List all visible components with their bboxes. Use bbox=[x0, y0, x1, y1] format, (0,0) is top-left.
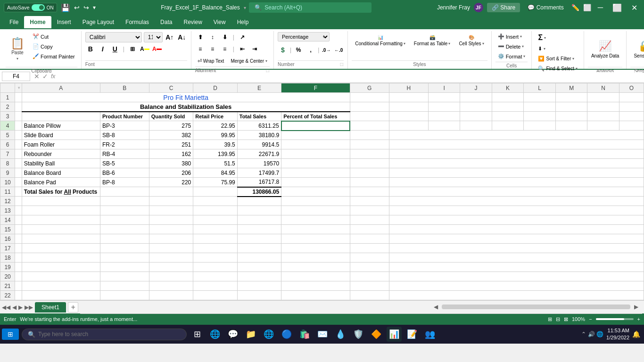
paste-button[interactable]: 📋 Paste ▾ bbox=[6, 32, 29, 66]
cell-g4[interactable] bbox=[350, 121, 389, 131]
cell-n3[interactable] bbox=[587, 112, 619, 121]
save-icon[interactable]: 💾 bbox=[61, 3, 70, 12]
mail-icon[interactable]: ✉️ bbox=[315, 327, 330, 342]
cell-a7[interactable]: Rebounder bbox=[22, 149, 100, 159]
indent-decrease-button[interactable]: ⇤ bbox=[237, 44, 248, 54]
tab-view[interactable]: View bbox=[208, 16, 231, 28]
excel-icon[interactable]: 📊 bbox=[387, 327, 402, 342]
col-header-m[interactable]: M bbox=[555, 83, 587, 93]
formula-input[interactable] bbox=[59, 72, 642, 81]
add-sheet-button[interactable]: + bbox=[68, 302, 78, 313]
col-header-n[interactable]: N bbox=[587, 83, 619, 93]
col-header-i[interactable]: I bbox=[428, 83, 460, 93]
cell-d3[interactable]: Retail Price bbox=[193, 112, 237, 121]
tab-review[interactable]: Review bbox=[178, 16, 207, 28]
cell-f7[interactable] bbox=[281, 149, 350, 159]
cell-a8[interactable]: Stability Ball bbox=[22, 159, 100, 168]
search-bar[interactable]: 🔍 bbox=[249, 2, 372, 13]
align-left-button[interactable]: ≡ bbox=[195, 44, 206, 54]
cell-b6[interactable]: FR-2 bbox=[100, 140, 149, 149]
cell-c7[interactable]: 162 bbox=[149, 149, 193, 159]
tab-data[interactable]: Data bbox=[155, 16, 178, 28]
sort-filter-button[interactable]: 🔽 Sort & Filter ▾ bbox=[536, 54, 579, 63]
store-icon[interactable]: 🛍️ bbox=[297, 327, 312, 342]
decrease-font-button[interactable]: A↓ bbox=[177, 32, 187, 42]
cell-h4[interactable] bbox=[389, 121, 428, 131]
taskbar-search-input[interactable] bbox=[38, 331, 170, 337]
col-header-b[interactable]: B bbox=[100, 83, 149, 93]
font-color-button[interactable]: A bbox=[152, 44, 162, 54]
cell-a3[interactable] bbox=[22, 112, 100, 121]
cell-e10[interactable]: 16717.8 bbox=[237, 178, 281, 187]
cell-n2[interactable] bbox=[587, 102, 619, 112]
pen-icon[interactable]: ✏️ bbox=[571, 4, 579, 11]
search-input[interactable] bbox=[264, 4, 359, 11]
cell-m2[interactable] bbox=[555, 102, 587, 112]
customize-qat-icon[interactable]: ▾ bbox=[93, 4, 96, 11]
format-painter-button[interactable]: 🖌️ Format Painter bbox=[30, 52, 77, 61]
cell-e11[interactable]: 130866.05 bbox=[237, 187, 281, 197]
cell-g1[interactable] bbox=[350, 93, 389, 102]
scroll-tab-prev-icon[interactable]: ◀ bbox=[12, 304, 17, 311]
cell-n1[interactable] bbox=[587, 93, 619, 102]
cell-f3[interactable]: Percent of Total Sales bbox=[281, 112, 350, 121]
cell-c3[interactable]: Quantity Sold bbox=[149, 112, 193, 121]
scroll-tab-left-icon[interactable]: ◀◀ bbox=[2, 304, 10, 311]
cell-c11[interactable] bbox=[149, 187, 193, 197]
cell-d4[interactable]: 22.95 bbox=[193, 121, 237, 131]
cell-g9[interactable] bbox=[350, 168, 389, 178]
cell-a6[interactable]: Foam Roller bbox=[22, 140, 100, 149]
cell-o3[interactable] bbox=[619, 112, 644, 121]
cell-i2[interactable] bbox=[428, 102, 460, 112]
col-header-g[interactable]: G bbox=[350, 83, 389, 93]
cell-l3[interactable] bbox=[524, 112, 556, 121]
cell-a9[interactable]: Balance Board bbox=[22, 168, 100, 178]
cell-k1[interactable] bbox=[492, 93, 524, 102]
autosave-toggle[interactable] bbox=[32, 4, 45, 11]
cell-g7[interactable] bbox=[350, 149, 389, 159]
malwarebytes-icon[interactable]: 🛡️ bbox=[351, 327, 366, 342]
cell-g6[interactable] bbox=[350, 140, 389, 149]
cell-l2[interactable] bbox=[524, 102, 556, 112]
cell-m4[interactable] bbox=[555, 121, 587, 131]
cell-j4[interactable] bbox=[460, 121, 492, 131]
word-icon[interactable]: 📝 bbox=[405, 327, 420, 342]
zoom-slider[interactable] bbox=[596, 318, 634, 320]
increase-font-button[interactable]: A↑ bbox=[165, 32, 175, 42]
align-top-button[interactable]: ⬆ bbox=[195, 32, 206, 42]
cell-f6[interactable] bbox=[281, 140, 350, 149]
cell-h1[interactable] bbox=[389, 93, 428, 102]
cell-d5[interactable]: 99.95 bbox=[193, 131, 237, 140]
decrease-decimal-button[interactable]: ←.0 bbox=[333, 45, 344, 55]
cell-b10[interactable]: BP-8 bbox=[100, 178, 149, 187]
cell-f11[interactable] bbox=[281, 187, 350, 197]
sensitivity-button[interactable]: 🔒 Sensitivity bbox=[630, 32, 644, 66]
cell-e6[interactable]: 9914.5 bbox=[237, 140, 281, 149]
cell-n4[interactable] bbox=[587, 121, 619, 131]
undo-icon[interactable]: ↩ bbox=[74, 4, 80, 11]
copy-button[interactable]: 📄 Copy bbox=[30, 42, 77, 51]
align-middle-button[interactable]: ↕ bbox=[207, 32, 218, 42]
align-bottom-button[interactable]: ⬇ bbox=[220, 32, 230, 42]
restore-icon[interactable]: ⬜ bbox=[583, 4, 591, 11]
col-header-j[interactable]: J bbox=[460, 83, 492, 93]
cell-d7[interactable]: 139.95 bbox=[193, 149, 237, 159]
cell-g2[interactable] bbox=[350, 102, 389, 112]
cell-a4[interactable]: Balance Pillow bbox=[22, 121, 100, 131]
merge-center-button[interactable]: Merge & Center ▾ bbox=[228, 57, 270, 65]
cell-k4[interactable] bbox=[492, 121, 524, 131]
underline-button[interactable]: U bbox=[110, 44, 120, 54]
cell-i1[interactable] bbox=[428, 93, 460, 102]
sheet-tab-sheet1[interactable]: Sheet1 bbox=[35, 302, 66, 313]
increase-decimal-button[interactable]: .0→ bbox=[321, 45, 331, 55]
scroll-bar-right-icon[interactable]: ▶ bbox=[634, 304, 638, 310]
file-explorer-icon[interactable]: 📁 bbox=[243, 327, 258, 342]
cell-c6[interactable]: 251 bbox=[149, 140, 193, 149]
fill-color-button[interactable]: A bbox=[140, 44, 150, 54]
cell-styles-button[interactable]: 🎨 Cell Styles ▾ bbox=[455, 32, 487, 49]
align-right-button[interactable]: ≡ bbox=[220, 44, 230, 54]
scroll-tab-right-icon[interactable]: ▶▶ bbox=[25, 304, 33, 311]
share-button[interactable]: 🔗 Share bbox=[487, 3, 520, 12]
minimize-button[interactable]: ─ bbox=[595, 3, 606, 12]
cell-a1[interactable]: Pro Fit Marietta bbox=[22, 93, 350, 102]
